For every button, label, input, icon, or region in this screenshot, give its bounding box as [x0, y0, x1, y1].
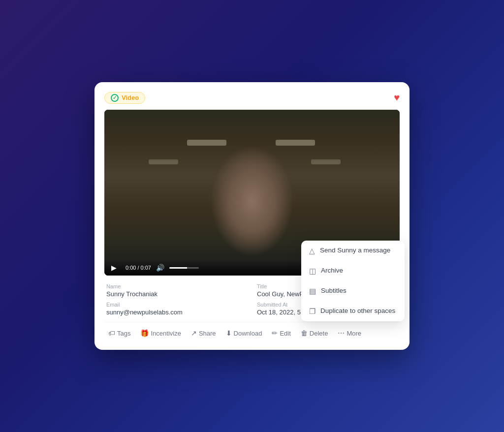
download-label: Download [234, 330, 262, 337]
more-button[interactable]: ⋯ More [334, 326, 365, 340]
volume-slider[interactable] [169, 267, 199, 269]
share-label: Share [199, 330, 216, 337]
archive-label: Archive [321, 266, 343, 276]
duplicate-icon: ❐ [309, 307, 315, 316]
delete-label: Delete [310, 330, 328, 337]
tags-icon: 🏷 [108, 329, 115, 337]
heart-icon: ♥ [394, 92, 400, 103]
dropdown-item-subtitles[interactable]: ▤ Subtitles [301, 281, 405, 301]
more-icon: ⋯ [338, 329, 345, 337]
actions-bar: 🏷 Tags 🎁 Incentivize ↗ Share ⬇ Download … [104, 322, 400, 340]
incentivize-label: Incentivize [151, 330, 181, 337]
video-card: ✓ Video ♥ ▶ 0:00 / 0:07 🔊 ⛶ ⛶ [94, 82, 410, 350]
light-3 [149, 159, 178, 164]
share-button[interactable]: ↗ Share [187, 326, 220, 340]
email-field: Email sunny@newpulselabs.com [106, 302, 247, 316]
more-label: More [346, 330, 361, 337]
send-message-icon: △ [309, 247, 315, 255]
incentivize-icon: 🎁 [140, 329, 149, 337]
name-value: Sunny Trochaniak [106, 290, 247, 298]
subtitles-icon: ▤ [309, 287, 316, 296]
email-value: sunny@newpulselabs.com [106, 309, 247, 316]
volume-button[interactable]: 🔊 [155, 264, 165, 272]
edit-button[interactable]: ✏ Edit [268, 326, 294, 340]
download-button[interactable]: ⬇ Download [222, 326, 266, 340]
dropdown-item-duplicate[interactable]: ❐ Duplicate to other spaces [301, 301, 405, 321]
tags-button[interactable]: 🏷 Tags [104, 326, 134, 340]
light-4 [311, 159, 341, 164]
edit-label: Edit [280, 330, 290, 337]
tags-label: Tags [117, 330, 130, 337]
delete-button[interactable]: 🗑 Delete [297, 326, 332, 340]
badge-label: Video [122, 94, 139, 101]
share-icon: ↗ [191, 329, 197, 337]
name-field: Name Sunny Trochaniak [106, 283, 247, 298]
light-2 [276, 140, 315, 146]
edit-icon: ✏ [272, 329, 278, 337]
video-badge: ✓ Video [104, 92, 145, 104]
name-label: Name [106, 283, 247, 289]
archive-icon: ◫ [309, 267, 316, 276]
download-icon: ⬇ [226, 329, 232, 337]
light-1 [187, 140, 226, 146]
check-icon: ✓ [111, 94, 119, 102]
subtitles-label: Subtitles [321, 286, 346, 296]
delete-icon: 🗑 [301, 329, 308, 337]
incentivize-button[interactable]: 🎁 Incentivize [136, 326, 185, 340]
send-message-label: Send Sunny a message [320, 246, 390, 255]
dropdown-item-archive[interactable]: ◫ Archive [301, 261, 405, 281]
duplicate-label: Duplicate to other spaces [320, 307, 395, 316]
play-pause-button[interactable]: ▶ [110, 264, 118, 272]
time-display: 0:00 / 0:07 [126, 265, 151, 271]
dropdown-item-send-message[interactable]: △ Send Sunny a message [301, 241, 405, 261]
favorite-button[interactable]: ♥ [394, 92, 400, 103]
card-header: ✓ Video ♥ [104, 92, 400, 104]
email-label: Email [106, 302, 247, 308]
dropdown-menu: △ Send Sunny a message ◫ Archive ▤ Subti… [301, 241, 405, 321]
